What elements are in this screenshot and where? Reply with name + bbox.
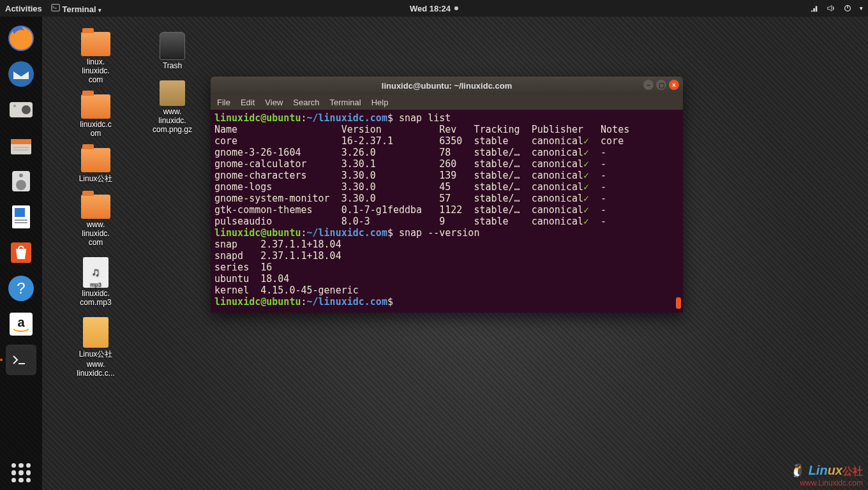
trash-icon <box>160 32 185 60</box>
audio-file-icon: mp3 <box>83 257 108 288</box>
menu-file[interactable]: File <box>217 98 230 107</box>
desktop-icon-label: Trash <box>163 61 182 70</box>
svg-point-14 <box>19 174 23 177</box>
menu-help[interactable]: Help <box>371 98 389 107</box>
scrollbar-thumb[interactable] <box>676 297 681 309</box>
document-icon <box>6 202 36 232</box>
dock-help[interactable]: ? <box>6 273 36 304</box>
terminal-icon <box>51 3 60 12</box>
svg-point-7 <box>13 105 16 107</box>
folder-icon <box>81 32 110 56</box>
window-titlebar[interactable]: linuxidc@ubuntu: ~/linuxidc.com – ▢ × <box>211 77 683 94</box>
dock-writer[interactable] <box>6 202 36 232</box>
camera-icon <box>6 94 36 125</box>
dock-firefox[interactable] <box>6 23 36 54</box>
clock-label: Wed 18:24 <box>410 4 451 13</box>
files-icon <box>6 130 36 161</box>
video-file-icon <box>83 317 108 348</box>
svg-rect-17 <box>15 219 27 221</box>
terminal-body[interactable]: linuxidc@ubuntu:~/linuxidc.com$ snap lis… <box>211 110 683 313</box>
top-bar: Activities Terminal ▾ Wed 18:24 ▾ <box>0 0 868 17</box>
watermark-text: Lin <box>809 463 828 477</box>
terminal-menubar: FileEditViewSearchTerminalHelp <box>211 94 683 110</box>
dock-files[interactable] <box>6 130 36 161</box>
dock-rhythmbox[interactable] <box>6 166 36 197</box>
svg-text:?: ? <box>17 279 25 297</box>
menu-search[interactable]: Search <box>293 98 319 107</box>
watermark-text: 公社 <box>842 466 863 477</box>
app-menu-label: Terminal <box>62 4 96 14</box>
desktop-icon-label: linuxidc. com.mp3 <box>80 289 111 307</box>
clock[interactable]: Wed 18:24 <box>410 4 458 13</box>
svg-point-6 <box>22 105 31 114</box>
notification-dot-icon <box>454 6 458 10</box>
network-icon[interactable] <box>810 4 819 13</box>
svg-rect-0 <box>52 4 59 11</box>
shopping-bag-icon <box>6 237 36 268</box>
desktop-icon-label: www. linuxidc. com <box>82 220 109 247</box>
dock-amazon[interactable]: a <box>6 309 36 339</box>
folder-icon <box>81 195 110 219</box>
thunderbird-icon <box>6 59 36 89</box>
amazon-icon: a <box>6 309 36 339</box>
desktop-icon[interactable]: linux. linuxidc. com <box>64 32 128 84</box>
svg-text:a: a <box>17 315 25 329</box>
desktop-icon[interactable]: Linux公社 <box>64 148 128 184</box>
svg-point-13 <box>16 180 26 190</box>
svg-rect-11 <box>13 149 29 151</box>
menu-edit[interactable]: Edit <box>241 98 255 107</box>
svg-rect-18 <box>15 222 27 223</box>
close-button[interactable]: × <box>669 80 679 90</box>
firefox-icon <box>6 23 36 54</box>
desktop-icon[interactable]: Trash <box>140 32 204 70</box>
watermark: 🐧 Linux公社 www.Linuxidc.com <box>789 463 863 487</box>
window-title: linuxidc@ubuntu: ~/linuxidc.com <box>382 81 512 91</box>
volume-icon[interactable] <box>827 4 835 13</box>
chevron-down-icon: ▾ <box>98 7 101 13</box>
desktop-icon[interactable]: mp3linuxidc. com.mp3 <box>64 257 128 307</box>
desktop-icon-label: linux. linuxidc. com <box>82 57 109 84</box>
app-menu[interactable]: Terminal ▾ <box>51 3 101 14</box>
minimize-button[interactable]: – <box>643 80 654 90</box>
scrollbar[interactable] <box>675 110 682 310</box>
watermark-url: www.Linuxidc.com <box>789 479 863 487</box>
svg-rect-9 <box>11 139 31 144</box>
menu-terminal[interactable]: Terminal <box>330 98 361 107</box>
desktop-icon-label: linuxidc.c om <box>80 120 111 138</box>
desktop-icon-label: Linux公社 www. linuxidc.c... <box>77 349 114 378</box>
dock-software[interactable] <box>6 237 36 268</box>
chevron-down-icon[interactable]: ▾ <box>860 5 863 11</box>
desktop-icon[interactable]: linuxidc.c om <box>64 94 128 138</box>
folder-icon <box>81 94 110 119</box>
dock-terminal[interactable] <box>6 345 36 375</box>
maximize-button[interactable]: ▢ <box>656 80 666 90</box>
svg-rect-24 <box>10 350 33 370</box>
desktop-icon-label: www. linuxidc. com.png.gz <box>153 107 192 134</box>
help-icon: ? <box>6 273 36 304</box>
svg-rect-16 <box>15 208 25 217</box>
speaker-icon <box>6 166 36 197</box>
folder-icon <box>81 148 110 172</box>
desktop-icon[interactable]: www. linuxidc. com.png.gz <box>140 80 204 134</box>
terminal-icon <box>6 345 36 375</box>
dock-thunderbird[interactable] <box>6 59 36 89</box>
menu-view[interactable]: View <box>265 98 283 107</box>
archive-icon <box>160 80 185 106</box>
desktop-icon[interactable]: Linux公社 www. linuxidc.c... <box>64 317 128 378</box>
terminal-window: linuxidc@ubuntu: ~/linuxidc.com – ▢ × Fi… <box>211 77 683 313</box>
svg-point-4 <box>8 61 34 87</box>
dock-camera[interactable] <box>6 94 36 125</box>
power-icon[interactable] <box>843 4 852 13</box>
desktop-icon-label: Linux公社 <box>79 174 113 184</box>
desktop-icon[interactable]: www. linuxidc. com <box>64 195 128 247</box>
svg-rect-10 <box>13 147 29 148</box>
show-applications-button[interactable] <box>11 463 31 482</box>
dock: ? a <box>0 17 42 490</box>
activities-button[interactable]: Activities <box>5 4 42 13</box>
watermark-text: ux <box>828 463 842 477</box>
